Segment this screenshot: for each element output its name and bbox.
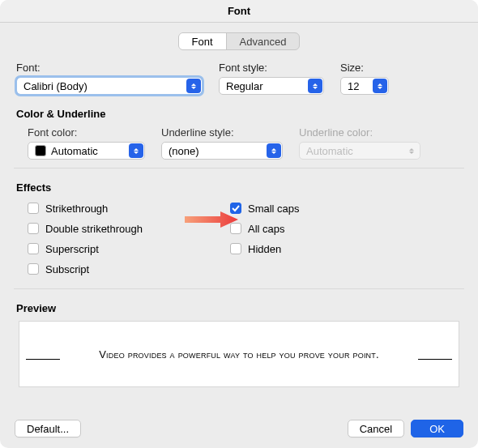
preview-baseline-left <box>26 359 60 360</box>
size-select[interactable]: 12 <box>340 77 389 95</box>
hidden-label: Hidden <box>248 243 281 255</box>
font-color-select[interactable]: Automatic <box>28 142 145 160</box>
dialog-content: Font Advanced Font: Calibri (Body) Font … <box>0 23 478 387</box>
tab-control: Font Advanced <box>16 32 462 50</box>
underline-color-select: Automatic <box>299 142 420 160</box>
updown-icon <box>267 143 281 158</box>
size-label: Size: <box>340 62 389 74</box>
underline-style-label: Underline style: <box>161 126 283 139</box>
dialog-footer: Default... Cancel OK <box>0 409 478 448</box>
tab-font[interactable]: Font <box>179 33 226 49</box>
font-style-value: Regular <box>226 80 263 92</box>
dialog-title: Font <box>0 0 478 23</box>
all-caps-checkbox[interactable]: All caps <box>230 220 392 237</box>
tab-advanced[interactable]: Advanced <box>226 33 300 49</box>
underline-color-value: Automatic <box>306 145 353 157</box>
preview-baseline-right <box>418 359 452 360</box>
font-label: Font: <box>16 62 203 74</box>
preview-box: Video provides a powerful way to help yo… <box>19 321 459 387</box>
superscript-checkbox[interactable]: Superscript <box>28 241 230 257</box>
font-select[interactable]: Calibri (Body) <box>16 77 203 95</box>
checkbox-icon <box>28 203 39 214</box>
double-strikethrough-label: Double strikethrough <box>45 223 143 235</box>
subscript-label: Subscript <box>45 263 89 275</box>
effects-heading: Effects <box>16 181 462 194</box>
font-dialog: Font Font Advanced Font: Calibri (Body) … <box>0 0 478 448</box>
font-color-value: Automatic <box>51 145 98 157</box>
updown-icon <box>308 79 322 93</box>
font-select-value: Calibri (Body) <box>23 80 87 92</box>
strikethrough-label: Strikethrough <box>45 203 108 215</box>
updown-icon <box>373 79 387 93</box>
checkbox-icon <box>230 203 241 214</box>
color-underline-heading: Color & Underline <box>16 108 462 120</box>
font-style-select[interactable]: Regular <box>219 77 324 95</box>
small-caps-checkbox[interactable]: Small caps <box>230 200 392 216</box>
size-value: 12 <box>348 80 359 92</box>
ok-button[interactable]: OK <box>411 420 463 437</box>
hidden-checkbox[interactable]: Hidden <box>230 241 392 257</box>
checkbox-icon <box>28 243 39 254</box>
font-color-label: Font color: <box>28 126 145 139</box>
font-style-label: Font style: <box>219 62 324 74</box>
updown-icon <box>129 143 143 158</box>
preview-text: Video provides a powerful way to help yo… <box>99 348 379 361</box>
updown-icon <box>186 79 201 93</box>
cancel-button[interactable]: Cancel <box>348 420 404 437</box>
checkbox-icon <box>230 243 241 254</box>
checkbox-icon <box>230 223 241 234</box>
underline-style-value: (none) <box>169 145 199 157</box>
all-caps-label: All caps <box>248 223 285 235</box>
default-button[interactable]: Default... <box>15 420 81 437</box>
superscript-label: Superscript <box>45 243 99 255</box>
subscript-checkbox[interactable]: Subscript <box>28 261 230 277</box>
small-caps-label: Small caps <box>248 203 300 215</box>
updown-icon <box>404 143 419 158</box>
underline-color-label: Underline color: <box>299 126 420 139</box>
preview-heading: Preview <box>16 302 462 314</box>
divider <box>14 168 464 169</box>
checkbox-icon <box>28 223 39 234</box>
double-strikethrough-checkbox[interactable]: Double strikethrough <box>28 220 230 237</box>
underline-style-select[interactable]: (none) <box>161 142 283 160</box>
checkbox-icon <box>28 263 39 275</box>
strikethrough-checkbox[interactable]: Strikethrough <box>28 200 230 216</box>
divider <box>14 288 464 289</box>
color-swatch-icon <box>35 145 46 156</box>
